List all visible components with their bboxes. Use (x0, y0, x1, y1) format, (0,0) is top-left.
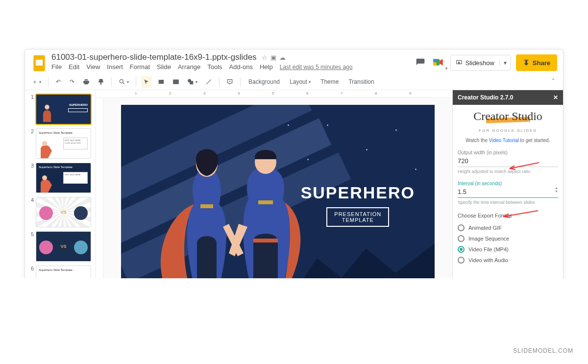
workspace: 1 SUPERHERO 2 Superhero Slide Template E… (25, 90, 563, 278)
share-button[interactable]: Share (516, 54, 557, 71)
last-edit-link[interactable]: Last edit was 5 minutes ago (280, 64, 353, 71)
svg-point-19 (74, 241, 88, 254)
output-width-helper: Height adjusted to match aspect ratio (458, 169, 558, 174)
menu-arrange[interactable]: Arrange (178, 63, 200, 71)
thumb-slide-5[interactable]: VS (36, 231, 91, 262)
cloud-saved-icon: ☁ (279, 54, 286, 61)
output-width-input[interactable] (458, 155, 558, 167)
print-button[interactable] (81, 76, 92, 88)
svg-point-16 (39, 206, 53, 220)
app-window: 61003-01-superhero-slide-template-16x9-1… (24, 49, 564, 278)
menu-help[interactable]: Help (260, 63, 273, 71)
comments-icon[interactable] (414, 56, 427, 69)
thumb-slide-1[interactable]: SUPERHERO (36, 94, 91, 124)
line-tool[interactable] (203, 76, 214, 88)
svg-point-14 (42, 141, 47, 146)
output-width-label: Output width (in pixels) (458, 150, 558, 155)
header-actions: ▾ Slideshow ▼ Share (414, 54, 557, 71)
menu-tools[interactable]: Tools (207, 63, 222, 71)
document-title[interactable]: 61003-01-superhero-slide-template-16x9-1… (51, 52, 257, 62)
paint-format-button[interactable] (96, 76, 106, 88)
interval-input[interactable] (458, 186, 558, 198)
interval-helper: Specify the time interval between slides (458, 200, 558, 205)
slideshow-dropdown[interactable]: ▼ (499, 60, 511, 66)
svg-rect-12 (190, 81, 193, 84)
redo-button[interactable]: ↷ (67, 76, 77, 88)
new-slide-button[interactable]: ＋ (30, 76, 43, 88)
watch-tutorial-text: Watch the Video Tutorial to get started. (458, 138, 558, 143)
close-icon[interactable]: ✕ (553, 94, 558, 101)
image-tool[interactable] (171, 76, 181, 88)
background-button[interactable]: Background (245, 76, 283, 88)
comment-tool[interactable] (224, 76, 235, 88)
svg-point-17 (74, 206, 88, 220)
ruler-vertical (96, 98, 103, 278)
radio-video-mp4[interactable]: Video File (MP4) (458, 244, 558, 255)
textbox-tool[interactable] (156, 76, 167, 88)
transition-button[interactable]: Transition (345, 76, 377, 88)
thumb-slide-2[interactable]: Superhero Slide Template EDIT TEXT HEREL… (36, 128, 91, 159)
layout-button[interactable]: Layout (287, 76, 314, 88)
radio-image-sequence[interactable]: Image Sequence (458, 233, 558, 244)
svg-rect-22 (200, 204, 213, 208)
shape-tool[interactable] (185, 76, 199, 88)
interval-label: Interval (in seconds) (458, 181, 558, 186)
sidebar-title: Creator Studio 2.7.0 (458, 94, 513, 101)
collapse-toolbar-icon[interactable]: ˆ (548, 76, 558, 88)
canvas-area: 123456789 (96, 90, 452, 278)
svg-rect-24 (258, 200, 273, 204)
svg-rect-25 (253, 239, 278, 243)
hero-male-illustration (224, 141, 312, 278)
svg-rect-6 (524, 60, 528, 60)
slide-title[interactable]: SUPERHERO (301, 183, 415, 202)
thumb-slide-3[interactable]: Superhero Slide Template EDIT TEXT HERE (36, 163, 91, 193)
radio-video-audio[interactable]: Video with Audio (458, 255, 558, 266)
video-tutorial-link[interactable]: Video Tutorial (489, 138, 519, 143)
undo-button[interactable]: ↶ (53, 76, 63, 88)
toolbar: ＋ ↶ ↷ Background Layout Theme Transition… (25, 74, 563, 90)
thumb-slide-4[interactable]: VS (36, 197, 91, 227)
svg-rect-3 (433, 59, 437, 63)
menu-addons[interactable]: Add-ons (229, 63, 253, 71)
slide-canvas[interactable]: SUPERHERO PRESENTATION TEMPLATE (121, 105, 435, 278)
slides-logo-icon (31, 52, 48, 74)
menu-format[interactable]: Format (130, 63, 150, 71)
move-to-folder-icon[interactable]: ▣ (270, 54, 276, 61)
svg-rect-4 (433, 62, 437, 66)
slide-subtitle[interactable]: PRESENTATION TEMPLATE (326, 207, 389, 227)
menu-bar: File Edit View Insert Format Slide Arran… (51, 63, 414, 71)
export-format-label: Choose Export Format (458, 213, 558, 218)
svg-rect-1 (36, 60, 43, 66)
svg-point-18 (39, 241, 53, 254)
menu-file[interactable]: File (51, 63, 62, 71)
slide-title-block: SUPERHERO PRESENTATION TEMPLATE (301, 183, 415, 227)
zoom-button[interactable] (117, 76, 131, 88)
creator-studio-logo: Creator Studio (458, 110, 558, 123)
menu-edit[interactable]: Edit (69, 63, 79, 71)
slideshow-button[interactable]: Slideshow ▼ (450, 55, 511, 71)
select-tool[interactable] (141, 76, 152, 88)
app-header: 61003-01-superhero-slide-template-16x9-1… (25, 49, 563, 74)
menu-slide[interactable]: Slide (157, 63, 171, 71)
svg-point-7 (120, 79, 123, 83)
svg-point-15 (42, 175, 47, 180)
radio-animated-gif[interactable]: Animated GIF (458, 222, 558, 233)
interval-stepper[interactable]: ▲▼ (555, 186, 558, 193)
ruler-horizontal: 123456789 (96, 90, 452, 98)
thumb-slide-6[interactable]: Superhero Slide Template (36, 266, 91, 278)
star-icon[interactable]: ☆ (262, 54, 268, 61)
menu-insert[interactable]: Insert (107, 63, 123, 71)
creator-studio-sidebar: Creator Studio 2.7.0 ✕ Creator Studio FO… (452, 90, 563, 278)
svg-point-13 (45, 105, 49, 110)
theme-button[interactable]: Theme (318, 76, 342, 88)
slide-thumbnails: 1 SUPERHERO 2 Superhero Slide Template E… (25, 90, 96, 278)
menu-view[interactable]: View (86, 63, 100, 71)
meet-icon[interactable]: ▾ (432, 56, 445, 70)
